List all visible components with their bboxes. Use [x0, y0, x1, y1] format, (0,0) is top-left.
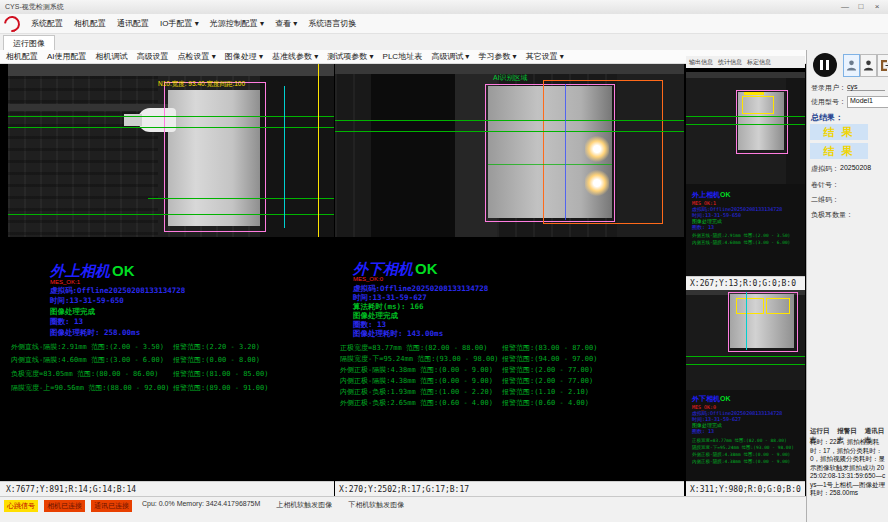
alarm-range: 报警范围:(0.60 - 4.00) [502, 398, 589, 408]
measure-line [488, 164, 612, 165]
turn-count: 圈数: 13 [692, 428, 714, 434]
measure-line [686, 356, 805, 357]
measure-row: 内侧正极-负极:1.93mm 范围:(1.00 - 2.20)报警范围:(1.1… [340, 387, 680, 397]
camera-connected-badge: 相机已连接 [44, 500, 85, 512]
tool-camera-config[interactable]: 相机配置 [6, 51, 38, 62]
winder-needle-label: 卷针号： [811, 180, 839, 190]
user-manage-button[interactable] [860, 54, 877, 77]
app-logo-icon [1, 12, 24, 35]
logout-icon [880, 59, 888, 72]
pause-icon [826, 60, 829, 70]
tool-spot-check[interactable]: 点检设置 ▾ [178, 51, 216, 62]
tool-advanced-settings[interactable]: 高级设置 [137, 51, 169, 62]
menu-system-config[interactable]: 系统配置 [31, 18, 63, 29]
measure-line [686, 364, 805, 365]
upper-camera-soft-trigger[interactable]: 上相机软触发图像 [276, 500, 332, 510]
camera-status-ok: OK [415, 260, 438, 277]
window-title: CYS-视觉检测系统 [5, 3, 64, 10]
thumbnail-upper[interactable]: 外上相机OK MES_OK:1 虚拟码:Offline2025020813313… [686, 72, 805, 276]
user-login-button[interactable] [843, 54, 860, 77]
right-panel: 登录用户： cys 使用型号： Model1 总结果： 结 果 结 果 虚拟码：… [806, 50, 888, 522]
process-elapsed: 图像处理耗时: 143.00ms [353, 329, 443, 339]
lower-camera-soft-trigger[interactable]: 下相机软触发图像 [348, 500, 404, 510]
pause-button[interactable] [813, 53, 837, 77]
negative-tab-count-label: 负极耳数量： [811, 210, 853, 220]
tab-run-image[interactable]: 运行图像 [3, 35, 55, 51]
camera-view-lower[interactable]: AI识别区域 外下相机OK MES_OK:0 虚拟码:Offline202502… [335, 64, 684, 496]
thumb-tab-stats[interactable]: 统计信息 [718, 58, 742, 67]
menu-view[interactable]: 查看 ▾ [275, 18, 297, 29]
measure-line [8, 214, 334, 215]
tool-image-process[interactable]: 图像处理 ▾ [225, 51, 263, 62]
measure-row: 隔膜宽度-上=90.56mm 范围:(88.00 - 92.00)报警范围:(8… [11, 383, 331, 393]
alarm-range: 报警范围:(1.10 - 2.10) [502, 387, 589, 397]
tool-other-settings[interactable]: 其它设置 ▾ [526, 51, 564, 62]
thumb-tab-output[interactable]: 输出信息 [689, 58, 713, 67]
menu-comm-config[interactable]: 通讯配置 [117, 18, 149, 29]
machine-dark-column [371, 74, 455, 237]
process-done: 图像处理完成 [50, 307, 95, 317]
title-bar: CYS-视觉检测系统 — □ × [0, 0, 888, 15]
log-text: 耗时：222，抓拍检测耗时：17，抓拍分类耗时：0，抓拍视频分类耗时：显示图像软… [810, 438, 886, 498]
measure-value: 外侧正极-负极:2.65mm 范围:(0.60 - 4.00) [340, 399, 493, 407]
measure-line [8, 116, 334, 117]
thumb-tab-calib[interactable]: 标定信息 [747, 58, 771, 67]
tool-baseline-params[interactable]: 基准线参数 ▾ [272, 51, 318, 62]
tool-camera-debug[interactable]: 相机调试 [96, 51, 128, 62]
thumb-photo [686, 72, 805, 184]
tool-test-params[interactable]: 测试项参数 ▾ [327, 51, 373, 62]
exit-button[interactable] [877, 54, 888, 77]
camera-status-ok: OK [112, 262, 135, 279]
total-result-label: 总结果： [811, 112, 843, 123]
menu-io-config[interactable]: IO手配置 ▾ [160, 18, 199, 29]
login-user-value[interactable]: cys [847, 83, 885, 91]
menu-language[interactable]: 系统语言切换 [308, 18, 356, 29]
coords-statusbar-thumb-upper: X:267;Y:13;R:0;G:0;B:0 [686, 276, 805, 290]
measure-row-tiny: 正极宽度=83.77mm 范围:(82.00 - 88.00) [692, 438, 787, 443]
close-icon[interactable]: × [870, 0, 884, 14]
capture-time: 时间:13-31-59-650 [50, 296, 124, 306]
ai-region-label: AI识别区域 [493, 73, 528, 83]
camera-photo-upper[interactable]: N10:宽度: 93.40:宽度间距:100 [8, 64, 334, 237]
model-value[interactable]: Model1 [847, 96, 888, 108]
minimize-icon[interactable]: — [838, 0, 852, 14]
camera-name-text: 外上相机 [50, 262, 110, 279]
measure-row: 隔膜宽度-下=95.24mm 范围:(93.00 - 98.00)报警范围:(9… [340, 354, 680, 364]
machine-top-rail [8, 64, 334, 76]
window-controls: — □ × [838, 0, 884, 14]
thumb-tabs: 输出信息 统计信息 标定信息 [686, 56, 805, 68]
menu-camera-config[interactable]: 相机配置 [74, 18, 106, 29]
camera-view-upper[interactable]: N10:宽度: 93.40:宽度间距:100 外上相机OK MES_OK:1 虚… [0, 64, 334, 496]
camera-photo-lower[interactable]: AI识别区域 [335, 64, 684, 237]
tool-learn-params[interactable]: 学习参数 ▾ [478, 51, 516, 62]
measure-value: 外侧正极-隔膜:4.38mm 范围:(0.00 - 9.00) [340, 366, 493, 374]
width-annotation: N10:宽度: 93.40:宽度间距:100 [158, 80, 245, 89]
coords-statusbar-lower: X:270;Y:2502;R:17;G:17;B:17 [335, 481, 684, 496]
measure-row-tiny: 内侧正极-隔膜:4.38mm 范围:(0.00 - 9.00) [692, 459, 790, 464]
thumb-photo [686, 290, 805, 390]
tab-strip: 运行图像 [0, 34, 888, 51]
tool-advanced-debug[interactable]: 高级调试 ▾ [431, 51, 469, 62]
mes-result: MES_OK:1 [50, 279, 80, 285]
virtual-code-label: 虚拟码： [811, 164, 839, 174]
measure-row: 正极宽度=83.77mm 范围:(82.00 - 88.00)报警范围:(83.… [340, 343, 680, 353]
alarm-range: 报警范围:(0.00 - 8.00) [173, 355, 260, 365]
measure-value: 内侧直线-隔膜:4.60mm 范围:(3.00 - 6.00) [11, 356, 164, 364]
thumbnail-lower[interactable]: 外下相机OK MES_OK:0 虚拟码:Offline2025020813313… [686, 290, 805, 481]
comm-connected-badge: 通讯已连接 [91, 500, 132, 512]
qrcode-label: 二维码： [811, 195, 839, 205]
measure-row: 内侧直线-隔膜:4.60mm 范围:(3.00 - 6.00)报警范围:(0.0… [11, 355, 331, 365]
camera-status-ok: OK [720, 395, 731, 402]
coords-statusbar-upper: X:7677;Y:891;R:14;G:14;B:14 [0, 481, 334, 496]
measure-row: 外侧正极-隔膜:4.38mm 范围:(0.00 - 9.00)报警范围:(2.0… [340, 365, 680, 375]
maximize-icon[interactable]: □ [854, 0, 868, 14]
measure-value: 内侧正极-负极:1.93mm 范围:(1.00 - 2.20) [340, 388, 493, 396]
process-elapsed: 图像处理耗时: 258.00ms [50, 328, 140, 338]
measure-line [148, 198, 334, 199]
pause-icon [820, 60, 823, 70]
tool-ai-config[interactable]: AI使用配置 [47, 51, 87, 62]
heartbeat-badge: 心跳信号 [4, 500, 38, 512]
detect-label-yellow [744, 92, 764, 95]
tool-plc-table[interactable]: PLC地址表 [383, 51, 423, 62]
menu-light-config[interactable]: 光源控制配置 ▾ [210, 18, 264, 29]
